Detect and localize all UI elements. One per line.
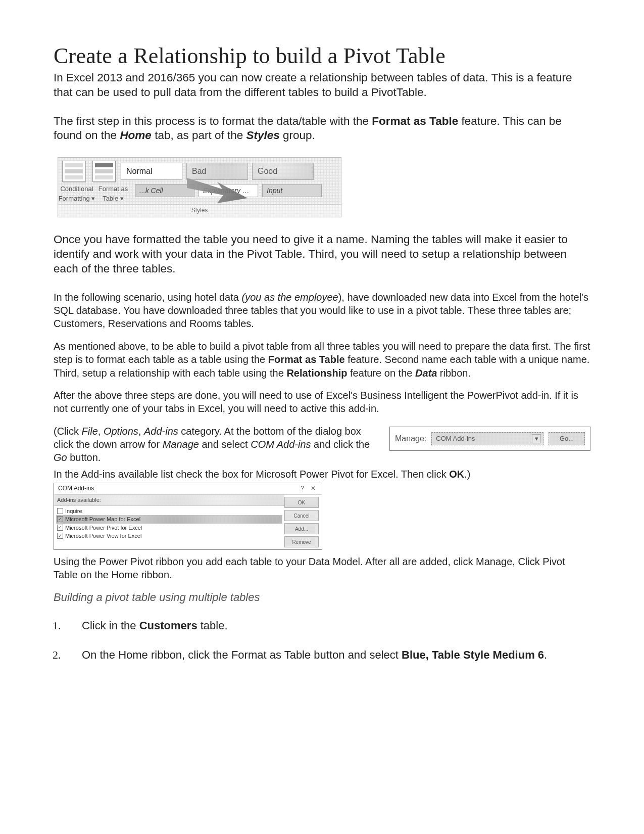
txt: Microsoft Power Pivot for Excel — [65, 524, 142, 532]
txt: . — [544, 648, 547, 661]
ok-button[interactable]: OK — [284, 497, 319, 508]
intro-paragraph: In Excel 2013 and 2016/365 you can now c… — [54, 71, 590, 100]
addin-item-powerview[interactable]: ✓Microsoft Power View for Excel — [56, 532, 282, 540]
txt: Microsoft Power Map for Excel — [65, 516, 140, 523]
txt-ital: Add-ins — [144, 426, 178, 437]
close-icon[interactable]: ✕ — [309, 485, 318, 493]
manage-combo[interactable]: COM Add-ins ▾ — [431, 432, 543, 445]
txt-bold: Blue, Table Style Medium 6 — [402, 648, 544, 661]
go-label: Go... — [560, 434, 574, 443]
styles-group-term: Styles — [246, 129, 280, 142]
format-as-table-sub: Table ▾ — [103, 195, 124, 202]
format-as-table-icon — [92, 161, 116, 182]
checkbox-icon[interactable] — [57, 508, 63, 514]
txt-ital: COM Add-ins — [251, 439, 311, 450]
txt: table. — [197, 619, 228, 632]
txt: tab, as part of the — [152, 129, 246, 142]
steps-list: Click in the Customers table. On the Hom… — [54, 618, 590, 662]
prepare-paragraph: As mentioned above, to be able to build … — [54, 340, 590, 380]
cancel-button[interactable]: Cancel — [284, 510, 319, 521]
manage-label: Manage: — [395, 433, 426, 444]
go-button[interactable]: Go... — [549, 432, 585, 445]
txt: button. — [67, 452, 101, 463]
step-1: Click in the Customers table. — [64, 618, 590, 633]
addin-item-powermap[interactable]: ✓Microsoft Power Map for Excel — [56, 515, 282, 524]
help-icon[interactable]: ? — [298, 485, 307, 493]
figure-manage-addins: Manage: COM Add-ins ▾ Go... — [389, 427, 590, 451]
addin-item-powerpivot[interactable]: ✓Microsoft Power Pivot for Excel — [56, 524, 282, 532]
figure-com-addins-dialog: COM Add-ins ? ✕ Add-ins available: Inqui… — [54, 483, 322, 550]
txt-bold: Relationship — [286, 367, 347, 379]
txt: Click in the — [82, 619, 139, 632]
txt: group. — [280, 129, 315, 142]
format-as-table-term: Format as Table — [372, 115, 458, 127]
chevron-down-icon: ▾ — [532, 434, 541, 443]
txt: nage: — [406, 434, 426, 443]
txt: (Click — [54, 426, 82, 437]
manage-combo-value: COM Add-ins — [436, 434, 475, 443]
txt-ibold: Data — [415, 367, 437, 379]
styles-group-label: Styles — [58, 204, 341, 217]
txt: Microsoft Power View for Excel — [65, 532, 141, 540]
scenario-paragraph: In the following scenario, using hotel d… — [54, 291, 590, 331]
txt: The first step in this process is to for… — [54, 115, 372, 127]
scenario-italic: (you as the employee — [241, 292, 338, 303]
txt: ribbon. — [437, 367, 471, 379]
style-normal: Normal — [121, 163, 182, 180]
addins-list: Inquire ✓Microsoft Power Map for Excel ✓… — [54, 506, 284, 541]
txt: In the Add-ins available list check the … — [54, 469, 449, 480]
conditional-formatting-label: Conditional — [60, 185, 93, 193]
figure-styles-ribbon: Normal Bad Good Conditional Formatting ▾… — [58, 157, 341, 217]
txt-bold: Format as Table — [268, 354, 345, 365]
page-title: Create a Relationship to build a Pivot T… — [54, 43, 590, 69]
txt: , — [98, 426, 104, 437]
home-tab-term: Home — [120, 129, 152, 142]
checkbox-icon[interactable]: ✓ — [57, 525, 63, 531]
step-2: On the Home ribbon, click the Format as … — [64, 647, 590, 663]
conditional-formatting-icon — [62, 161, 85, 182]
using-powerpivot-paragraph: Using the Power Pivot ribbon you add eac… — [54, 555, 590, 582]
txt: and select — [199, 439, 251, 450]
section-heading: Building a pivot table using multiple ta… — [54, 591, 590, 604]
txt-bold: Customers — [139, 619, 197, 632]
checkbox-icon[interactable]: ✓ — [57, 533, 63, 539]
txt: On the Home ribbon, click the Format as … — [82, 648, 402, 661]
checkbox-icon[interactable]: ✓ — [57, 516, 63, 522]
naming-paragraph: Once you have formatted the table you ne… — [54, 233, 590, 276]
txt-bold: OK — [449, 469, 464, 480]
txt-ital: Go — [54, 452, 67, 463]
style-input: Input — [262, 184, 322, 197]
txt-ital: Manage — [163, 439, 199, 450]
txt: In the following scenario, using hotel d… — [54, 292, 241, 303]
addin-item-inquire[interactable]: Inquire — [56, 507, 282, 516]
txt: and click the — [311, 439, 370, 450]
txt: M — [395, 434, 402, 443]
style-check-cell: ...k Cell — [135, 184, 194, 197]
style-bad: Bad — [186, 163, 248, 180]
remove-button[interactable]: Remove — [284, 536, 319, 547]
txt: feature on the — [347, 367, 415, 379]
txt-ital: Options — [104, 426, 138, 437]
txt: a — [402, 434, 406, 443]
format-as-table-paragraph: The first step in this process is to for… — [54, 114, 590, 144]
dialog-title: COM Add-ins — [58, 485, 94, 493]
addins-check-paragraph: In the Add-ins available list check the … — [54, 468, 590, 481]
txt: Inquire — [65, 507, 82, 515]
format-as-table-label: Format as — [98, 185, 128, 193]
txt-ital: File — [82, 426, 98, 437]
dialog-subhead: Add-ins available: — [54, 495, 284, 506]
txt: .) — [464, 469, 470, 480]
add-button[interactable]: Add... — [284, 523, 319, 534]
conditional-formatting-sub: Formatting ▾ — [59, 195, 95, 202]
style-good: Good — [252, 163, 314, 180]
style-explanatory: Explanatory … — [199, 184, 258, 197]
txt: , — [138, 426, 144, 437]
powerpivot-paragraph: After the above three steps are done, yo… — [54, 389, 590, 415]
